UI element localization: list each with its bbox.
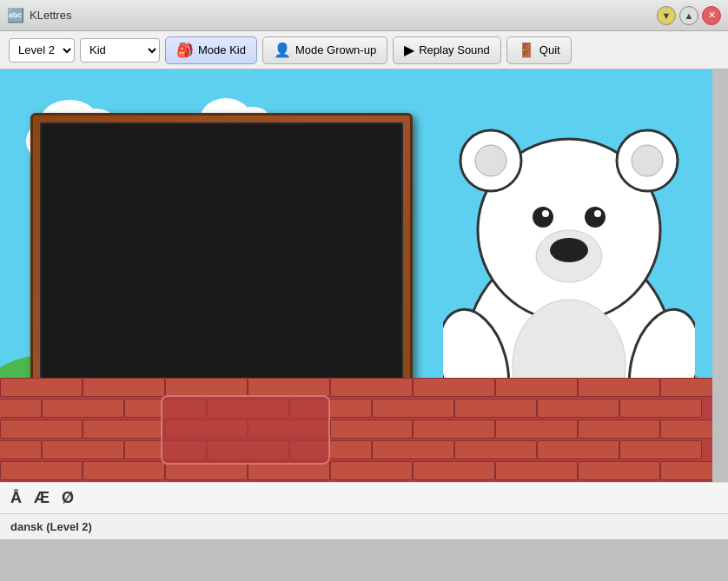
brick [330, 419, 413, 439]
special-chars-bar: Å Æ Ø [0, 482, 728, 513]
quit-button[interactable]: 🚪 Quit [506, 36, 572, 64]
main-scene [0, 69, 712, 482]
brick [330, 461, 413, 480]
statusbar: dansk (Level 2) [0, 513, 728, 539]
char-a-ring[interactable]: Å [10, 489, 22, 507]
brick-row [0, 440, 712, 461]
brick [413, 378, 495, 397]
mode-kid-button[interactable]: 🎒 Mode Kid [165, 36, 257, 64]
brick-row [0, 378, 712, 399]
brick [578, 419, 660, 439]
brick [83, 461, 165, 480]
brick [165, 378, 248, 397]
app-icon: 🔤 [7, 7, 24, 24]
brick [454, 399, 537, 418]
mode-grownup-button[interactable]: 👤 Mode Grown-up [262, 36, 387, 64]
brick [578, 378, 660, 397]
brick [0, 419, 83, 439]
titlebar-left: 🔤 KLettres [7, 7, 71, 24]
brick [330, 378, 413, 397]
brick [413, 419, 495, 439]
quit-label: Quit [539, 43, 560, 56]
window-title: KLettres [30, 9, 71, 22]
mode-kid-icon: 🎒 [176, 42, 194, 58]
brick-wall [0, 378, 712, 482]
brick [619, 399, 702, 418]
chalkboard-surface [40, 122, 403, 399]
brick [0, 399, 42, 418]
brick [0, 440, 42, 459]
maximize-button[interactable]: ▲ [679, 6, 698, 25]
svg-point-3 [475, 145, 506, 176]
brick [413, 461, 495, 480]
brick [578, 461, 660, 480]
char-o-stroke[interactable]: Ø [62, 489, 74, 507]
brick [454, 440, 537, 459]
brick [495, 419, 578, 439]
minimize-button[interactable]: ▼ [657, 6, 676, 25]
titlebar: 🔤 KLettres ▼ ▲ ✕ [0, 0, 728, 31]
brick-row [0, 461, 712, 482]
level-select[interactable]: Level 2 Level 1 Level 3 Level 4 [9, 38, 75, 63]
brick [660, 461, 712, 480]
answer-input-box[interactable] [161, 395, 330, 465]
close-button[interactable]: ✕ [702, 6, 721, 25]
brick [248, 378, 330, 397]
svg-point-5 [632, 145, 663, 176]
brick-row [0, 399, 712, 419]
quit-icon: 🚪 [518, 42, 535, 58]
toolbar: Level 2 Level 1 Level 3 Level 4 Kid Grow… [0, 31, 728, 69]
char-ae[interactable]: Æ [34, 489, 50, 507]
language-select[interactable]: Kid Grown-up [80, 38, 160, 63]
svg-point-9 [594, 210, 601, 217]
brick [0, 461, 83, 480]
titlebar-controls: ▼ ▲ ✕ [657, 6, 721, 25]
brick [372, 440, 454, 459]
brick [83, 378, 165, 397]
brick [537, 440, 619, 459]
svg-point-6 [533, 207, 553, 228]
status-text: dansk (Level 2) [10, 520, 92, 533]
replay-icon: ▶ [404, 42, 414, 58]
svg-point-12 [550, 238, 588, 262]
brick [660, 419, 712, 439]
brick [495, 378, 578, 397]
brick [42, 440, 124, 459]
brick [660, 378, 712, 397]
mode-grownup-icon: 👤 [274, 42, 291, 58]
brick [619, 440, 702, 459]
svg-point-8 [542, 210, 549, 217]
brick [537, 399, 619, 418]
svg-point-7 [585, 207, 606, 228]
brick [42, 399, 124, 418]
replay-label: Replay Sound [419, 43, 490, 56]
replay-sound-button[interactable]: ▶ Replay Sound [393, 36, 501, 64]
mode-grownup-label: Mode Grown-up [295, 43, 376, 56]
brick [372, 399, 454, 418]
mode-kid-label: Mode Kid [198, 43, 246, 56]
brick-row [0, 419, 712, 440]
chalkboard-frame [30, 113, 413, 408]
brick [495, 461, 578, 480]
brick [83, 419, 165, 439]
brick [0, 378, 83, 397]
